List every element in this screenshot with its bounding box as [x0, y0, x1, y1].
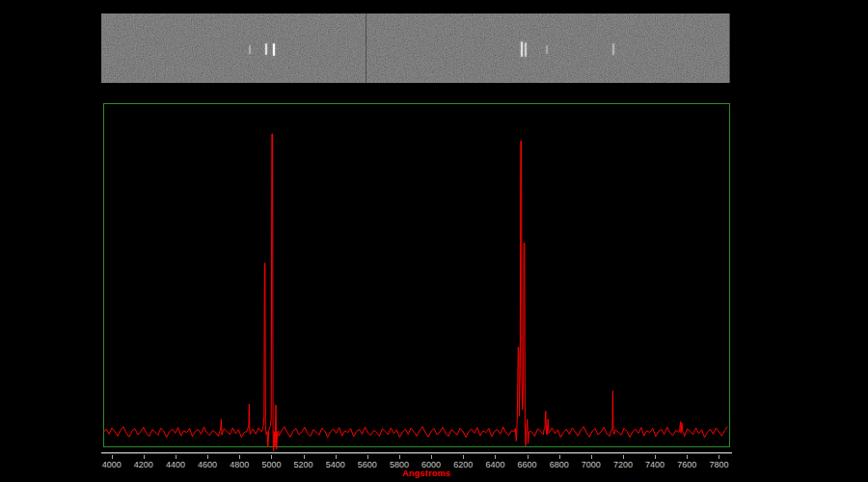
spectrum-plot[interactable]: [103, 103, 730, 447]
strip-seam-line: [366, 13, 366, 83]
x-tick: [144, 455, 145, 459]
spectrum-plot-canvas: [103, 103, 730, 447]
x-tick-label: 4800: [223, 460, 256, 469]
strip-noise-texture: [102, 13, 729, 83]
x-tick: [623, 455, 624, 459]
x-tick-label: 7800: [702, 460, 735, 469]
x-tick-label: 6600: [511, 460, 544, 469]
x-tick-label: 5400: [319, 460, 352, 469]
plot-border-rect: [104, 104, 730, 447]
x-tick: [719, 455, 719, 459]
x-tick: [207, 455, 208, 459]
x-tick-label: 4200: [127, 460, 160, 469]
x-tick: [176, 455, 176, 459]
x-tick: [495, 455, 496, 459]
x-tick: [112, 455, 113, 459]
x-tick-label: 4600: [191, 460, 224, 469]
x-tick-label: 4400: [159, 460, 192, 469]
strip-emission-line: [265, 43, 267, 55]
x-tick-label: 6800: [543, 460, 576, 469]
x-axis-title: Angstroms: [378, 469, 475, 478]
spectrum-strip-image[interactable]: [101, 13, 730, 83]
x-tick: [399, 455, 400, 459]
x-axis: 4000420044004600480050005200540056005800…: [101, 452, 732, 481]
x-tick: [304, 455, 305, 459]
x-tick: [559, 455, 560, 459]
x-tick-label: 6400: [478, 460, 511, 469]
x-tick: [336, 455, 337, 459]
spectrum-trace: [103, 134, 727, 451]
x-tick-label: 5000: [255, 460, 287, 469]
strip-emission-line: [525, 42, 527, 57]
x-tick-label: 7400: [638, 460, 671, 469]
x-tick: [655, 455, 656, 459]
x-tick-label: 5200: [287, 460, 320, 469]
x-tick: [239, 455, 240, 459]
x-axis-line-shadow: [101, 453, 732, 454]
x-tick-label: 4000: [95, 460, 128, 469]
x-tick: [367, 455, 368, 459]
x-tick: [591, 455, 592, 459]
strip-emission-line: [546, 45, 548, 54]
spectroscopy-app-window: 4000420044004600480050005200540056005800…: [0, 0, 868, 482]
strip-emission-line: [273, 43, 275, 56]
x-tick-label: 7600: [670, 460, 703, 469]
x-tick-label: 7200: [607, 460, 639, 469]
x-tick: [271, 455, 272, 459]
x-tick: [528, 455, 529, 459]
x-tick-label: 7000: [575, 460, 608, 469]
x-tick: [687, 455, 688, 459]
x-tick: [463, 455, 464, 459]
x-tick: [431, 455, 432, 459]
